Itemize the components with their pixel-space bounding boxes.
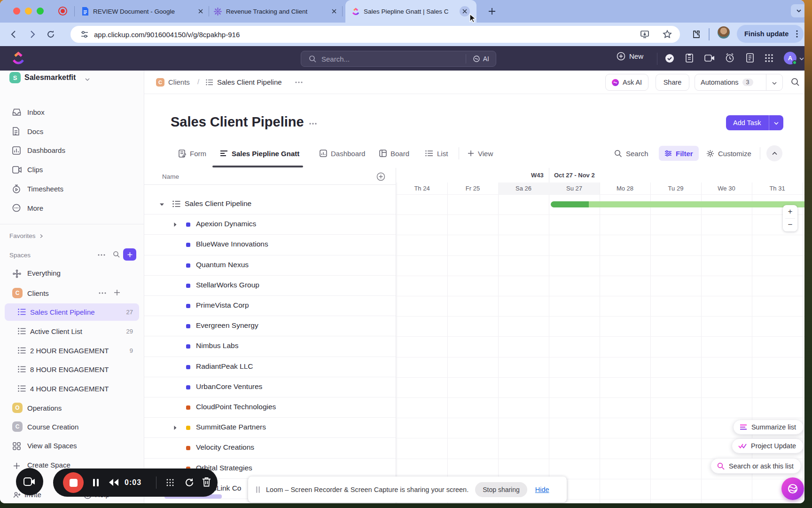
gantt-row[interactable]: Nimbus Labs [144,336,396,357]
gantt-row[interactable]: Velocity Creations [144,438,396,458]
browser-tab[interactable]: REVIEW Document - Google [79,0,205,23]
close-window-button[interactable] [13,8,20,15]
task-status-square[interactable] [186,263,190,268]
new-button[interactable]: New [617,52,643,61]
gantt-row-label[interactable]: StellarWorks Group [196,281,259,289]
global-search-input[interactable]: Search... AI [301,51,496,67]
view-tab-form[interactable]: Form [179,143,206,163]
task-status-square[interactable] [186,304,190,308]
reload-button[interactable] [46,30,55,39]
gantt-row[interactable]: StellarWorks Group [144,276,396,296]
todo-check-icon[interactable] [664,53,675,64]
task-status-square[interactable] [186,284,190,288]
gantt-row-label[interactable]: Nimbus Labs [196,341,238,350]
stop-sharing-button[interactable]: Stop sharing [475,482,527,497]
bookmark-star-icon[interactable] [662,29,672,40]
back-button[interactable] [9,30,19,39]
ai-button[interactable]: AI [466,55,496,63]
sidebar-item-view-all-spaces[interactable]: View all Spaces [0,437,144,456]
sidebar-item-dashboards[interactable]: Dashboards [0,141,144,160]
gantt-row-label[interactable]: BlueWave Innovations [196,240,268,248]
address-bar[interactable]: app.clickup.com/9016004150/v/g/8cpakhp-9… [70,26,680,43]
view-search-button[interactable]: Search [614,146,648,161]
task-status-square[interactable] [186,344,190,349]
browser-profile-avatar[interactable] [718,26,730,39]
project-update-button[interactable]: Project Update [732,438,804,453]
clickup-ai-fab[interactable] [781,477,804,500]
add-task-chevron-icon[interactable] [773,120,779,126]
rewind-icon[interactable] [109,478,119,486]
add-space-button[interactable] [123,248,136,261]
sidebar-item-everything[interactable]: Everything [0,264,144,283]
favorites-section[interactable]: Favorites [9,232,44,239]
clip-record-icon[interactable] [704,54,715,63]
notepad-icon[interactable] [745,53,755,63]
forward-button[interactable] [27,30,37,39]
spaces-search-icon[interactable] [113,251,120,258]
add-column-icon[interactable] [376,172,385,181]
sidebar-list-sales-client-pipeline[interactable]: Sales Client Pipeline27 [0,302,144,322]
gantt-row-label[interactable]: Velocity Creations [196,443,254,452]
title-more-icon[interactable] [309,122,317,125]
space-more-icon[interactable] [99,292,106,294]
site-settings-icon[interactable] [80,30,89,39]
share-button[interactable]: Share [656,74,689,91]
gantt-row[interactable]: RadiantPeak LLC [144,357,396,377]
restart-icon[interactable] [184,477,194,487]
automations-button[interactable]: Automations 3 [695,74,783,91]
gantt-row[interactable]: Sales Client Pipeline [144,194,396,214]
avatar-chevron-icon[interactable] [799,56,804,62]
tab-search-button[interactable] [791,4,804,17]
sidebar-list-active-client-list[interactable]: Active Client List29 [0,321,144,341]
gantt-row[interactable]: SummitGate Partners [144,418,396,438]
breadcrumb-space[interactable]: Clients [168,78,190,86]
expand-caret-icon[interactable] [173,222,177,227]
spaces-section-label[interactable]: Spaces [9,252,31,259]
add-task-button[interactable]: Add Task [726,115,783,130]
header-search-icon[interactable] [791,78,800,87]
browser-menu-icon[interactable] [793,30,801,38]
minimize-window-button[interactable] [25,8,32,15]
sidebar-item-inbox[interactable]: Inbox [0,103,144,122]
gantt-progress-bar[interactable] [551,201,804,207]
sidebar-list-2-hour-engagement[interactable]: 2 HOUR ENGAGEMENT9 [0,341,144,360]
automations-chevron-icon[interactable] [772,80,777,86]
view-tab-dashboard[interactable]: Dashboard [320,143,365,163]
reminder-clock-icon[interactable] [725,53,735,63]
task-status-square[interactable] [186,446,190,450]
gantt-row-label[interactable]: SummitGate Partners [196,423,266,431]
sidebar-space-operations[interactable]: OOperations [0,398,144,417]
customize-button[interactable]: Customize [706,146,751,161]
clickup-logo[interactable] [11,51,25,66]
close-tab-icon[interactable] [331,8,337,14]
close-tab-icon[interactable] [198,8,203,14]
gantt-row-label[interactable]: PrimeVista Corp [196,301,249,310]
search-ask-list-button[interactable]: Search or ask this list [710,458,801,474]
task-status-square[interactable] [186,222,190,227]
task-status-square[interactable] [186,365,190,369]
sidebar-list-4-hour-engagement[interactable]: 4 HOUR ENGAGEMENT [0,379,144,398]
gantt-row-label[interactable]: Sales Client Pipeline [185,199,251,208]
task-status-square[interactable] [186,324,190,328]
browser-tab[interactable]: Revenue Tracking and Client [211,0,339,23]
gantt-row-label[interactable]: CloudPoint Technologies [196,403,276,411]
sidebar-item-more[interactable]: More [0,198,144,218]
gantt-row[interactable]: Evergreen Synergy [144,316,396,336]
task-status-square[interactable] [186,405,190,410]
drag-dots-icon[interactable] [165,478,175,487]
collapse-header-button[interactable] [766,145,782,161]
zoom-out-button[interactable]: − [783,218,797,231]
gantt-row-label[interactable]: Evergreen Synergy [196,321,258,330]
breadcrumb-page[interactable]: Sales Client Pipeline [217,78,282,86]
sidebar-space-clients[interactable]: CClients [0,283,144,302]
gantt-row[interactable]: Quantum Nexus [144,255,396,276]
breadcrumb-space-icon[interactable]: C [156,78,164,87]
zoom-in-button[interactable]: + [783,205,797,218]
collapse-caret-icon[interactable] [159,203,164,206]
hide-banner-link[interactable]: Hide [535,486,549,493]
pause-icon[interactable] [93,478,99,487]
ask-ai-button[interactable]: Ask AI [605,74,648,91]
space-add-icon[interactable] [114,289,120,296]
extensions-icon[interactable] [690,28,702,40]
sidebar-space-course-creation[interactable]: CCourse Creation [0,417,144,437]
